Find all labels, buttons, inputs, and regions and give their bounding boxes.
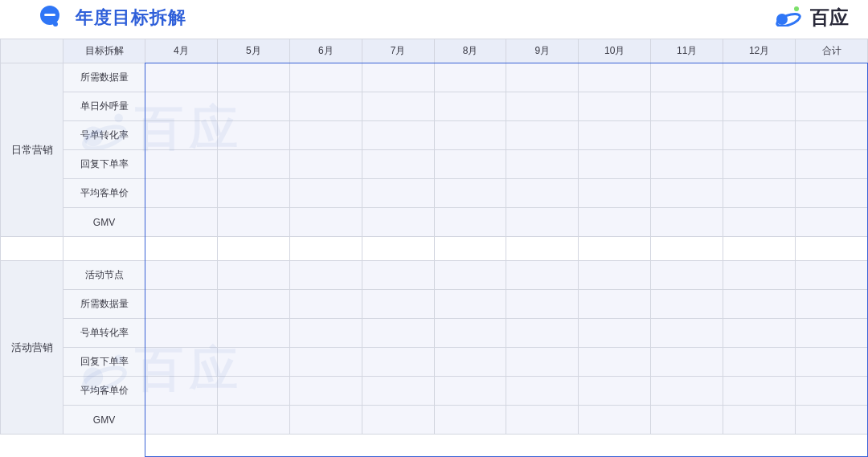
data-cell[interactable]	[145, 406, 218, 435]
data-cell[interactable]	[579, 377, 651, 406]
data-cell[interactable]	[289, 179, 362, 208]
data-cell[interactable]	[362, 63, 434, 92]
data-cell[interactable]	[651, 319, 723, 348]
data-cell[interactable]	[796, 63, 868, 92]
data-cell[interactable]	[289, 406, 362, 435]
data-cell[interactable]	[723, 348, 796, 377]
data-cell[interactable]	[145, 261, 218, 290]
data-cell[interactable]	[362, 319, 434, 348]
data-cell[interactable]	[289, 319, 362, 348]
data-cell[interactable]	[723, 150, 796, 179]
data-cell[interactable]	[651, 261, 723, 290]
data-cell[interactable]	[723, 179, 796, 208]
data-cell[interactable]	[579, 179, 651, 208]
data-cell[interactable]	[651, 406, 723, 435]
data-cell[interactable]	[217, 150, 289, 179]
data-cell[interactable]	[434, 92, 506, 121]
data-cell[interactable]	[217, 406, 289, 435]
data-cell[interactable]	[506, 290, 579, 319]
data-cell[interactable]	[362, 406, 434, 435]
data-cell[interactable]	[723, 121, 796, 150]
data-cell[interactable]	[434, 406, 506, 435]
data-cell[interactable]	[145, 92, 218, 121]
data-cell[interactable]	[362, 208, 434, 237]
data-cell[interactable]	[796, 121, 868, 150]
data-cell[interactable]	[145, 179, 218, 208]
data-cell[interactable]	[651, 92, 723, 121]
data-cell[interactable]	[723, 208, 796, 237]
data-cell[interactable]	[796, 377, 868, 406]
data-cell[interactable]	[434, 261, 506, 290]
data-cell[interactable]	[362, 92, 434, 121]
data-cell[interactable]	[796, 261, 868, 290]
data-cell[interactable]	[796, 92, 868, 121]
data-cell[interactable]	[145, 319, 218, 348]
data-cell[interactable]	[289, 208, 362, 237]
data-cell[interactable]	[651, 377, 723, 406]
data-cell[interactable]	[506, 92, 579, 121]
data-cell[interactable]	[289, 261, 362, 290]
data-cell[interactable]	[506, 150, 579, 179]
data-cell[interactable]	[506, 208, 579, 237]
data-cell[interactable]	[217, 319, 289, 348]
data-cell[interactable]	[289, 348, 362, 377]
data-cell[interactable]	[796, 290, 868, 319]
data-cell[interactable]	[506, 121, 579, 150]
data-cell[interactable]	[217, 377, 289, 406]
data-cell[interactable]	[145, 377, 218, 406]
data-cell[interactable]	[579, 406, 651, 435]
data-cell[interactable]	[506, 63, 579, 92]
data-cell[interactable]	[651, 208, 723, 237]
data-cell[interactable]	[434, 179, 506, 208]
data-cell[interactable]	[362, 348, 434, 377]
data-cell[interactable]	[289, 377, 362, 406]
data-cell[interactable]	[796, 406, 868, 435]
data-cell[interactable]	[434, 208, 506, 237]
data-cell[interactable]	[651, 348, 723, 377]
data-cell[interactable]	[796, 179, 868, 208]
data-cell[interactable]	[723, 377, 796, 406]
data-cell[interactable]	[217, 261, 289, 290]
data-cell[interactable]	[651, 63, 723, 92]
data-cell[interactable]	[289, 290, 362, 319]
data-cell[interactable]	[796, 150, 868, 179]
data-cell[interactable]	[723, 63, 796, 92]
data-cell[interactable]	[434, 290, 506, 319]
data-cell[interactable]	[723, 290, 796, 319]
data-cell[interactable]	[217, 121, 289, 150]
data-cell[interactable]	[506, 377, 579, 406]
data-cell[interactable]	[651, 290, 723, 319]
data-cell[interactable]	[145, 150, 218, 179]
data-cell[interactable]	[362, 290, 434, 319]
data-cell[interactable]	[579, 121, 651, 150]
data-cell[interactable]	[289, 63, 362, 92]
data-cell[interactable]	[289, 150, 362, 179]
data-cell[interactable]	[579, 208, 651, 237]
data-cell[interactable]	[579, 348, 651, 377]
data-cell[interactable]	[434, 319, 506, 348]
data-cell[interactable]	[145, 121, 218, 150]
data-cell[interactable]	[217, 208, 289, 237]
data-cell[interactable]	[217, 179, 289, 208]
data-cell[interactable]	[579, 319, 651, 348]
data-cell[interactable]	[651, 150, 723, 179]
data-cell[interactable]	[362, 179, 434, 208]
data-cell[interactable]	[579, 261, 651, 290]
data-cell[interactable]	[579, 63, 651, 92]
data-cell[interactable]	[506, 179, 579, 208]
data-cell[interactable]	[796, 208, 868, 237]
data-cell[interactable]	[796, 348, 868, 377]
data-cell[interactable]	[723, 406, 796, 435]
data-cell[interactable]	[506, 319, 579, 348]
data-cell[interactable]	[145, 63, 218, 92]
data-cell[interactable]	[434, 150, 506, 179]
data-cell[interactable]	[796, 319, 868, 348]
data-cell[interactable]	[579, 290, 651, 319]
data-cell[interactable]	[362, 121, 434, 150]
data-cell[interactable]	[289, 121, 362, 150]
data-cell[interactable]	[362, 150, 434, 179]
data-cell[interactable]	[145, 208, 218, 237]
data-cell[interactable]	[217, 63, 289, 92]
data-cell[interactable]	[579, 150, 651, 179]
data-cell[interactable]	[579, 92, 651, 121]
